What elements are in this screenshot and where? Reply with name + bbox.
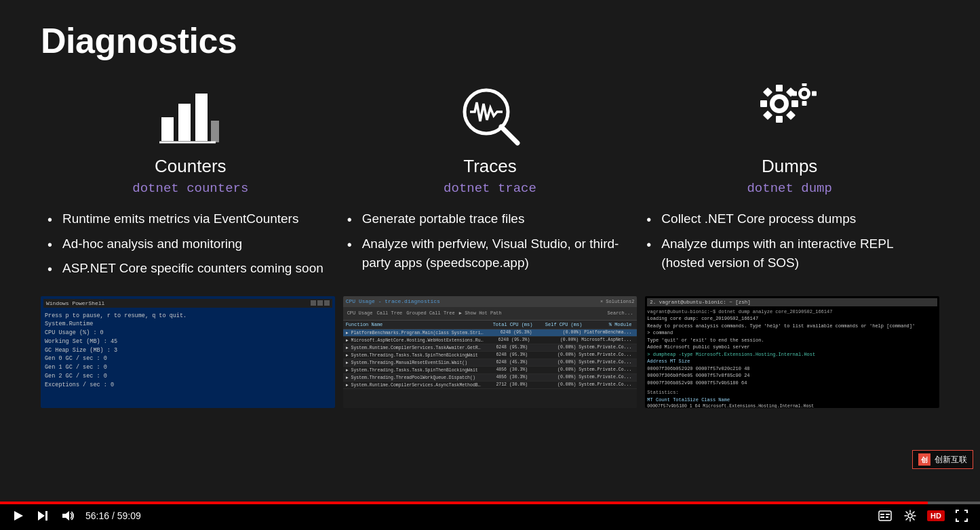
svg-point-34 xyxy=(908,514,912,518)
slide-title: Diagnostics xyxy=(41,20,939,61)
svg-rect-10 xyxy=(776,116,783,123)
counters-title: Counters xyxy=(155,156,227,177)
fullscreen-button[interactable] xyxy=(954,508,969,523)
ps-line: System.Runtime xyxy=(45,320,331,329)
dumps-bullets: Collect .NET Core process dumps Analyze … xyxy=(646,209,933,279)
svg-rect-32 xyxy=(880,516,884,518)
dumps-title: Dumps xyxy=(762,156,817,177)
dump-line: Type 'quit' or 'exit' to end the session… xyxy=(647,337,937,344)
dump-line: 00007f306b852v98 00007f57v9b5180 64 xyxy=(647,380,937,387)
dump-line: MT Count TotalSize Class Name xyxy=(647,396,937,404)
column-top-counters: Counters dotnet counters xyxy=(47,81,334,196)
svg-marker-28 xyxy=(62,511,69,521)
skip-next-icon xyxy=(37,510,49,522)
dump-line: 00007f306b052920 00007f57v020c210 48 xyxy=(647,365,937,373)
dump-line: Loading core dump: core_20190502_166147 xyxy=(647,315,937,323)
svg-point-8 xyxy=(775,99,784,108)
bullet-item: Generate portable trace files xyxy=(347,209,633,229)
bar-chart-icon xyxy=(158,87,222,144)
column-top-traces: Traces dotnet trace xyxy=(347,81,633,196)
watermark-icon: 创 xyxy=(918,453,930,466)
dump-line: vagrant@ubuntu-bionic:~$ dotnet dump ana… xyxy=(647,308,937,316)
svg-rect-33 xyxy=(886,516,888,518)
dump-line: > dumpheap -type Microsoft.Extensions.Ho… xyxy=(647,351,937,359)
column-top-dumps: Dumps dotnet dump xyxy=(646,81,933,196)
trace-toolbar: CPU Usage Call Tree Grouped Call Tree ▶ … xyxy=(343,307,638,321)
volume-button[interactable] xyxy=(60,508,76,523)
svg-rect-31 xyxy=(886,514,890,515)
svg-rect-9 xyxy=(776,85,783,91)
dump-line: Statistics: xyxy=(647,389,937,396)
watermark: 创 创新互联 xyxy=(912,450,973,469)
ps-line: Press p to pause, r to resume, q to quit… xyxy=(45,312,331,321)
counters-command: dotnet counters xyxy=(132,181,248,196)
svg-rect-12 xyxy=(760,100,767,107)
column-dumps: Dumps dotnet dump Collect .NET Core proc… xyxy=(640,81,939,284)
subtitle-button[interactable] xyxy=(877,509,893,523)
svg-rect-20 xyxy=(802,101,807,106)
ps-line: GC Heap Size (MB) : 3 xyxy=(45,346,331,355)
ps-line: Gen 2 GC / sec : 0 xyxy=(45,372,331,381)
play-icon xyxy=(12,510,24,522)
column-traces: Traces dotnet trace Generate portable tr… xyxy=(340,81,640,284)
trace-row: ▶ System.Threading.ThreadPoolWorkQueue.D… xyxy=(343,374,638,382)
svg-marker-25 xyxy=(14,511,23,521)
svg-rect-21 xyxy=(812,91,817,96)
traces-command: dotnet trace xyxy=(444,181,536,196)
ps-content: Press p to pause, r to resume, q to quit… xyxy=(43,310,332,391)
settings-icon xyxy=(904,510,916,522)
counters-icon-area xyxy=(157,81,224,149)
traces-icon-area xyxy=(456,81,524,149)
column-counters: Counters dotnet counters Runtime emits m… xyxy=(41,81,340,284)
svg-rect-16 xyxy=(763,110,772,119)
total-time: 59:09 xyxy=(117,510,141,521)
bullet-item: Collect .NET Core process dumps xyxy=(646,209,933,229)
counters-bullets: Runtime emits metrics via EventCounters … xyxy=(47,209,324,284)
settings-button[interactable] xyxy=(903,508,918,523)
video-controls-bar: 56:16 / 59:09 HD xyxy=(0,502,980,530)
bullet-item: Runtime emits metrics via EventCounters xyxy=(47,209,324,229)
next-button[interactable] xyxy=(35,508,50,523)
bullet-item: ASP.NET Core specific counters coming so… xyxy=(47,259,324,279)
dump-titlebar: 2. vagrant@ubuntu-bionic: ~ [zsh] xyxy=(647,298,937,306)
svg-rect-22 xyxy=(792,91,797,96)
dump-line: 00007f306b0f0e05 00007f57v8f85c90 24 xyxy=(647,372,937,380)
trace-row: ▶ System.Runtime.CompilerServices.TaskAw… xyxy=(343,344,638,352)
dump-window: 2. vagrant@ubuntu-bionic: ~ [zsh] vagran… xyxy=(645,296,939,408)
svg-rect-15 xyxy=(786,110,796,119)
traces-title: Traces xyxy=(463,156,517,177)
trace-window: CPU Usage - trace.diagnostics × Solution… xyxy=(343,296,638,408)
ps-line: Gen 0 GC / sec : 0 xyxy=(45,354,331,363)
svg-rect-4 xyxy=(211,121,219,142)
time-separator: / xyxy=(112,510,117,521)
trace-row: ▶ PlatformBenchmarks.Program.Main(class … xyxy=(343,329,638,337)
ps-line: Working Set (MB) : 45 xyxy=(45,338,331,346)
dump-line: > command xyxy=(647,329,937,337)
subtitle-icon xyxy=(878,510,892,521)
svg-rect-19 xyxy=(802,83,807,86)
svg-line-6 xyxy=(501,127,517,143)
slide-container: Diagnostics Counters dotnet counters xyxy=(0,0,980,502)
play-button[interactable] xyxy=(11,508,26,523)
bullet-item: Ad-hoc analysis and monitoring xyxy=(47,235,324,254)
ps-title-text: Windows PowerShell xyxy=(46,300,104,306)
trace-row: ▶ System.Runtime.CompilerServices.AsyncT… xyxy=(343,382,638,389)
dump-line: 00007f57v9b5180 1 64 Microsoft.Extension… xyxy=(647,403,937,408)
fullscreen-icon xyxy=(956,510,968,522)
svg-rect-30 xyxy=(880,514,884,515)
svg-rect-27 xyxy=(45,511,47,521)
bullet-item: Analyze with perfview, Visual Studio, or… xyxy=(347,235,633,273)
hd-text: HD xyxy=(930,512,941,520)
hd-badge[interactable]: HD xyxy=(927,510,945,521)
svg-text:创: 创 xyxy=(920,456,928,464)
progress-bar-container[interactable] xyxy=(0,502,980,504)
volume-icon xyxy=(61,510,75,522)
progress-bar-fill xyxy=(0,502,928,504)
svg-rect-14 xyxy=(763,87,772,96)
dumps-icon-area xyxy=(756,81,823,149)
ps-line: Exceptions / sec : 0 xyxy=(45,381,331,390)
gear-icon xyxy=(756,83,823,148)
ps-titlebar: Windows PowerShell xyxy=(43,299,332,308)
screenshots-row: Windows PowerShell Press p to pause, r t… xyxy=(41,296,939,408)
dump-line: Address MT Size xyxy=(647,358,937,365)
